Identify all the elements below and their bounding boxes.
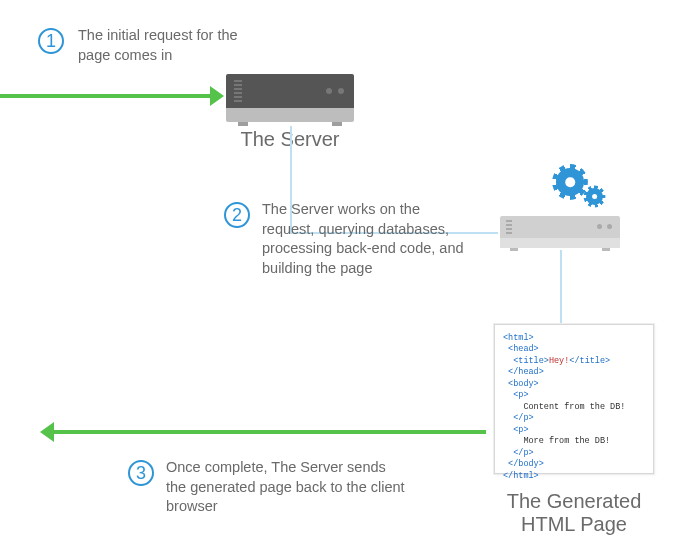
- code-text: Hey!: [549, 356, 569, 366]
- code-tag: </title>: [569, 356, 610, 366]
- request-arrow: [0, 94, 210, 98]
- step-3-text: Once complete, The Server sends the gene…: [166, 458, 406, 517]
- code-text: More from the DB!: [523, 436, 610, 446]
- code-tag: <p>: [513, 425, 528, 435]
- database-server-icon: [500, 216, 620, 248]
- response-arrow: [54, 430, 486, 434]
- code-tag: </p>: [513, 413, 533, 423]
- code-tag: <title>: [513, 356, 549, 366]
- generated-page-caption: The Generated HTML Page: [488, 490, 660, 536]
- generated-html-icon: <html> <head> <title>Hey!</title> </head…: [494, 324, 654, 474]
- step-1-text: The initial request for the page comes i…: [78, 26, 238, 65]
- step-2-text: The Server works on the request, queryin…: [262, 200, 472, 278]
- code-tag: <head>: [508, 344, 539, 354]
- code-tag: <body>: [508, 379, 539, 389]
- step-1-number: 1: [38, 28, 64, 54]
- step-2-number: 2: [224, 202, 250, 228]
- code-tag: <html>: [503, 333, 534, 343]
- diagram-canvas: 1 The initial request for the page comes…: [0, 0, 694, 554]
- step-3-number: 3: [128, 460, 154, 486]
- code-tag: </html>: [503, 471, 539, 481]
- code-tag: </body>: [508, 459, 544, 469]
- code-tag: </p>: [513, 448, 533, 458]
- server-icon: [226, 74, 354, 122]
- code-tag: <p>: [513, 390, 528, 400]
- code-tag: </head>: [508, 367, 544, 377]
- code-text: Content from the DB!: [523, 402, 625, 412]
